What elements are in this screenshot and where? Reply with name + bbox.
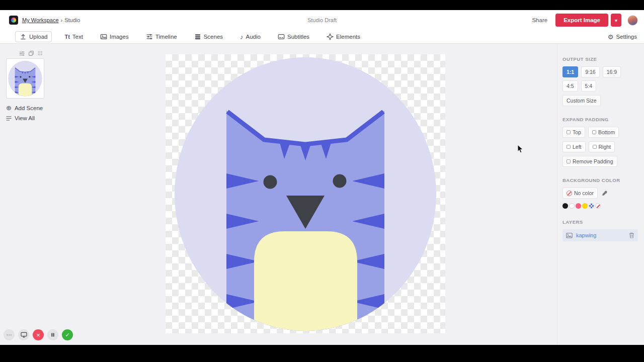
pause-icon: [50, 332, 55, 337]
subtitles-icon: [278, 33, 285, 40]
canvas-image-cat[interactable]: [166, 54, 445, 333]
timeline-icon: [146, 33, 153, 40]
tab-subtitles[interactable]: Subtitles: [273, 31, 314, 42]
tab-upload[interactable]: Upload: [15, 31, 52, 42]
upload-icon: [20, 33, 27, 40]
pause-button[interactable]: [47, 329, 58, 340]
ratio-button-16-9[interactable]: 16:9: [603, 66, 621, 77]
tab-images[interactable]: Images: [96, 31, 133, 42]
tab-label: Elements: [336, 34, 360, 40]
plus-circle-icon: ⊕: [6, 105, 12, 111]
custom-size-button[interactable]: Custom Size: [562, 95, 601, 106]
screen-button[interactable]: [18, 329, 29, 340]
padding-top-label: Top: [573, 129, 581, 135]
no-color-icon: [567, 191, 572, 196]
elements-icon: [327, 33, 334, 40]
swatch-pink[interactable]: [576, 203, 581, 209]
checkbox-icon: [567, 159, 571, 163]
swatch-custom-pattern[interactable]: [589, 203, 594, 209]
swatch-white[interactable]: [569, 203, 575, 209]
padding-right-label: Right: [599, 144, 611, 150]
settings-label: Settings: [616, 34, 637, 40]
header: My Workspace › Studio Studio Draft Share…: [0, 10, 644, 30]
music-note-icon: ♪: [240, 34, 244, 40]
padding-bottom-button[interactable]: Bottom: [588, 127, 619, 138]
confirm-button[interactable]: ✓: [62, 329, 73, 340]
padding-right-button[interactable]: Right: [589, 141, 615, 152]
remove-padding-label: Remove Padding: [573, 158, 613, 164]
duplicate-icon[interactable]: [29, 51, 34, 56]
app-logo-icon[interactable]: [9, 16, 18, 25]
canvas[interactable]: [166, 54, 445, 333]
ratio-button-5-4[interactable]: 5:4: [581, 80, 597, 92]
tab-elements[interactable]: Elements: [322, 31, 365, 42]
header-right: Share Export Image ▾: [532, 14, 638, 27]
sort-icon[interactable]: [19, 51, 25, 56]
layer-image-icon: [566, 233, 573, 238]
checkbox-icon: [593, 145, 597, 149]
swatch-transparent[interactable]: [595, 203, 601, 209]
close-icon: ×: [36, 332, 40, 338]
view-all-label: View All: [15, 115, 35, 121]
export-dropdown-button[interactable]: ▾: [611, 14, 621, 27]
settings-button[interactable]: ⚙ Settings: [608, 33, 637, 41]
scene-tools: [19, 51, 55, 56]
delete-layer-button[interactable]: [629, 232, 634, 238]
custom-size-row: Custom Size: [562, 95, 638, 106]
scene-thumbnail[interactable]: [6, 58, 44, 99]
tab-audio[interactable]: ♪ Audio: [235, 32, 265, 42]
padding-top-button[interactable]: Top: [562, 127, 585, 138]
tab-scenes[interactable]: Scenes: [190, 31, 227, 42]
padding-left-button[interactable]: Left: [562, 141, 586, 152]
toolbar-tabs: Upload Tt Text Images Timeline Scenes: [15, 31, 365, 42]
background-color-title: BACKGROUND COLOR: [562, 177, 638, 183]
right-panel: OUTPUT SIZE 1:1 9:16 16:9 4:5 5:4 Custom…: [557, 44, 644, 344]
scenes-icon: [194, 33, 201, 40]
swatch-yellow[interactable]: [582, 203, 588, 209]
eyedropper-icon: [602, 190, 608, 196]
layer-name: kapwing: [576, 232, 625, 238]
add-scene-button[interactable]: ⊕ Add Scene: [6, 105, 55, 111]
recorder-controls: … × ✓: [4, 329, 73, 340]
expand-padding-title: EXPAND PADDING: [562, 117, 638, 122]
tab-timeline[interactable]: Timeline: [141, 31, 182, 42]
header-left: My Workspace › Studio: [9, 16, 80, 25]
mouse-cursor: [517, 144, 524, 156]
checkbox-icon: [567, 130, 571, 134]
padding-row-2: Left Right: [562, 141, 638, 152]
background-color-row: No color: [562, 188, 638, 199]
layer-item-kapwing[interactable]: kapwing: [562, 229, 638, 241]
ratio-button-9-16[interactable]: 9:16: [581, 66, 599, 77]
checkbox-icon: [567, 145, 571, 149]
breadcrumb-workspace[interactable]: My Workspace: [22, 17, 59, 23]
tab-label: Scenes: [204, 34, 223, 40]
remove-padding-button[interactable]: Remove Padding: [562, 156, 617, 167]
avatar[interactable]: [627, 15, 638, 26]
remove-padding-row: Remove Padding: [562, 156, 638, 167]
letterbox-top: [0, 0, 644, 10]
grid-icon[interactable]: [38, 51, 43, 56]
share-button[interactable]: Share: [532, 17, 547, 23]
breadcrumb-separator-icon: ›: [61, 17, 63, 23]
checkbox-icon: [592, 130, 596, 134]
no-color-button[interactable]: No color: [562, 188, 598, 199]
check-icon: ✓: [65, 332, 69, 338]
ratio-button-1-1[interactable]: 1:1: [562, 66, 578, 77]
export-image-button[interactable]: Export Image: [555, 14, 608, 27]
text-icon: Tt: [64, 34, 69, 40]
add-scene-label: Add Scene: [15, 105, 43, 111]
swatch-black[interactable]: [562, 203, 568, 209]
ellipsis-icon: …: [6, 332, 12, 338]
trash-icon: [629, 232, 634, 238]
image-icon: [100, 33, 107, 40]
eyedropper-button[interactable]: [602, 190, 608, 196]
cancel-button[interactable]: ×: [33, 329, 44, 340]
view-all-button[interactable]: View All: [6, 115, 55, 121]
tab-text[interactable]: Tt Text: [60, 32, 87, 42]
ratio-button-4-5[interactable]: 4:5: [562, 80, 578, 92]
gear-icon: ⚙: [608, 33, 614, 41]
more-options-button[interactable]: …: [4, 329, 15, 340]
padding-left-label: Left: [573, 144, 582, 150]
content-area: ⊕ Add Scene View All OUTPUT SIZE 1:1 9:1…: [0, 44, 644, 344]
document-title[interactable]: Studio Draft: [307, 17, 337, 23]
